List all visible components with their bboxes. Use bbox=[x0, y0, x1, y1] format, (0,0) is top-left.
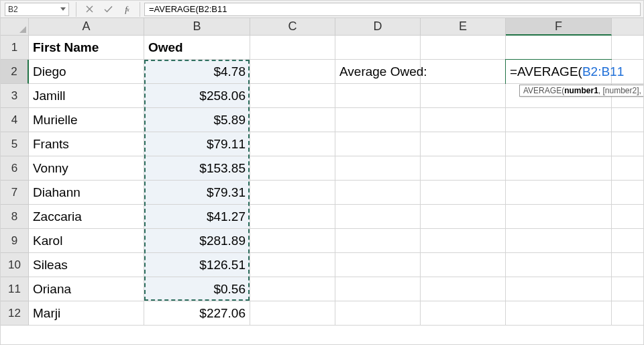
row-header-10[interactable]: 10 bbox=[1, 253, 29, 277]
cell-B9[interactable]: $281.89 bbox=[144, 229, 250, 253]
cell-E9[interactable] bbox=[421, 229, 506, 253]
cell-A9[interactable]: Karol bbox=[29, 229, 144, 253]
cell-B4[interactable]: $5.89 bbox=[144, 108, 250, 132]
cell-B10[interactable]: $126.51 bbox=[144, 253, 250, 277]
row-header-11[interactable]: 11 bbox=[1, 277, 29, 301]
cell-B12[interactable]: $227.06 bbox=[144, 301, 250, 326]
cell-F7[interactable] bbox=[506, 181, 612, 205]
column-header-G[interactable]: G bbox=[612, 18, 644, 36]
cell-C12[interactable] bbox=[250, 301, 335, 326]
cell-E8[interactable] bbox=[421, 205, 506, 229]
cell-E4[interactable] bbox=[421, 108, 506, 132]
cell-F10[interactable] bbox=[506, 253, 612, 277]
cell-E3[interactable] bbox=[421, 84, 506, 108]
cell-G12[interactable] bbox=[612, 301, 644, 326]
cell-B11[interactable]: $0.56 bbox=[144, 277, 250, 301]
cell-A10[interactable]: Sileas bbox=[29, 253, 144, 277]
column-header-F[interactable]: F bbox=[506, 18, 612, 36]
cell-F2[interactable]: =AVERAGE(B2:B11 bbox=[506, 60, 612, 84]
cell-D12[interactable] bbox=[335, 301, 421, 326]
cell-C8[interactable] bbox=[250, 205, 335, 229]
cell-E7[interactable] bbox=[421, 181, 506, 205]
cell-C9[interactable] bbox=[250, 229, 335, 253]
cell-F12[interactable] bbox=[506, 301, 612, 326]
row-header-4[interactable]: 4 bbox=[1, 108, 29, 132]
cell-A8[interactable]: Zaccaria bbox=[29, 205, 144, 229]
cell-G6[interactable] bbox=[612, 156, 644, 181]
cell-E5[interactable] bbox=[421, 132, 506, 156]
cell-D4[interactable] bbox=[335, 108, 421, 132]
fx-icon[interactable]: fx bbox=[122, 5, 131, 14]
cell-C4[interactable] bbox=[250, 108, 335, 132]
cell-A6[interactable]: Vonny bbox=[29, 156, 144, 181]
cell-F5[interactable] bbox=[506, 132, 612, 156]
cell-F1[interactable] bbox=[506, 36, 612, 60]
cell-A7[interactable]: Diahann bbox=[29, 181, 144, 205]
cell-C6[interactable] bbox=[250, 156, 335, 181]
cell-D8[interactable] bbox=[335, 205, 421, 229]
cell-E10[interactable] bbox=[421, 253, 506, 277]
cell-F9[interactable] bbox=[506, 229, 612, 253]
cell-A11[interactable]: Oriana bbox=[29, 277, 144, 301]
row-header-7[interactable]: 7 bbox=[1, 181, 29, 205]
cell-G10[interactable] bbox=[612, 253, 644, 277]
cell-C3[interactable] bbox=[250, 84, 335, 108]
cell-D7[interactable] bbox=[335, 181, 421, 205]
name-box[interactable]: B2 bbox=[5, 3, 69, 16]
cell-A1[interactable]: First Name bbox=[29, 36, 144, 60]
column-header-A[interactable]: A bbox=[29, 18, 144, 36]
row-header-9[interactable]: 9 bbox=[1, 229, 29, 253]
cell-G7[interactable] bbox=[612, 181, 644, 205]
cancel-icon[interactable] bbox=[85, 5, 94, 14]
row-header-1[interactable]: 1 bbox=[1, 36, 29, 60]
cell-F4[interactable] bbox=[506, 108, 612, 132]
cell-C2[interactable] bbox=[250, 60, 335, 84]
row-header-8[interactable]: 8 bbox=[1, 205, 29, 229]
cell-G11[interactable] bbox=[612, 277, 644, 301]
cell-A2[interactable]: Diego bbox=[29, 60, 144, 84]
cell-D5[interactable] bbox=[335, 132, 421, 156]
cell-C10[interactable] bbox=[250, 253, 335, 277]
select-all-corner[interactable] bbox=[1, 18, 29, 36]
cell-B6[interactable]: $153.85 bbox=[144, 156, 250, 181]
enter-icon[interactable] bbox=[103, 5, 113, 14]
column-header-C[interactable]: C bbox=[250, 18, 335, 36]
cell-F11[interactable] bbox=[506, 277, 612, 301]
cell-C11[interactable] bbox=[250, 277, 335, 301]
cell-E1[interactable] bbox=[421, 36, 506, 60]
cell-B5[interactable]: $79.11 bbox=[144, 132, 250, 156]
cell-D6[interactable] bbox=[335, 156, 421, 181]
cell-C1[interactable] bbox=[250, 36, 335, 60]
cell-F8[interactable] bbox=[506, 205, 612, 229]
cell-C7[interactable] bbox=[250, 181, 335, 205]
spreadsheet-grid[interactable]: ABCDEFG1First NameOwed2Diego$4.78Average… bbox=[1, 18, 643, 326]
cell-B1[interactable]: Owed bbox=[144, 36, 250, 60]
row-header-5[interactable]: 5 bbox=[1, 132, 29, 156]
column-header-E[interactable]: E bbox=[421, 18, 506, 36]
cell-A12[interactable]: Marji bbox=[29, 301, 144, 326]
cell-B7[interactable]: $79.31 bbox=[144, 181, 250, 205]
cell-B8[interactable]: $41.27 bbox=[144, 205, 250, 229]
row-header-2[interactable]: 2 bbox=[1, 60, 29, 84]
column-header-B[interactable]: B bbox=[144, 18, 250, 36]
cell-B2[interactable]: $4.78 bbox=[144, 60, 250, 84]
cell-A4[interactable]: Murielle bbox=[29, 108, 144, 132]
cell-D3[interactable] bbox=[335, 84, 421, 108]
cell-D9[interactable] bbox=[335, 229, 421, 253]
cell-G1[interactable] bbox=[612, 36, 644, 60]
row-header-12[interactable]: 12 bbox=[1, 301, 29, 326]
cell-D2[interactable]: Average Owed: bbox=[335, 60, 421, 84]
cell-E6[interactable] bbox=[421, 156, 506, 181]
cell-D11[interactable] bbox=[335, 277, 421, 301]
cell-D1[interactable] bbox=[335, 36, 421, 60]
cell-E12[interactable] bbox=[421, 301, 506, 326]
chevron-down-icon[interactable] bbox=[60, 7, 66, 11]
row-header-6[interactable]: 6 bbox=[1, 156, 29, 181]
column-header-D[interactable]: D bbox=[335, 18, 421, 36]
cell-A5[interactable]: Frants bbox=[29, 132, 144, 156]
cell-E2[interactable] bbox=[421, 60, 506, 84]
formula-input[interactable]: =AVERAGE(B2:B11 bbox=[144, 3, 641, 16]
cell-G9[interactable] bbox=[612, 229, 644, 253]
cell-E11[interactable] bbox=[421, 277, 506, 301]
cell-G4[interactable] bbox=[612, 108, 644, 132]
